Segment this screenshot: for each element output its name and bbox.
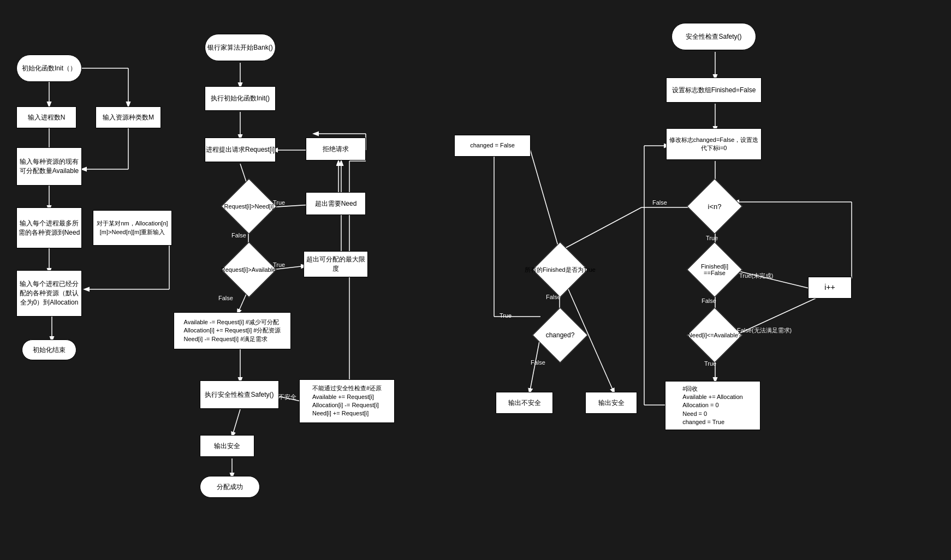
check-finished-i-label: Finished[i]==False <box>680 250 750 289</box>
output-safe2-node: 输出安全 <box>200 435 254 457</box>
init-end-node: 初始化结束 <box>22 339 76 360</box>
label-unsafe: 不安全 <box>278 393 296 401</box>
input-avail-node: 输入每种资源的现有可分配数量Available <box>16 147 82 186</box>
input-n-node: 输入进程数N <box>16 106 76 128</box>
refuse-node: 拒绝请求 <box>306 138 366 160</box>
svg-line-52 <box>530 147 560 251</box>
re-input-node: 对于某对nm，Allocation[n][m]>Need[n][m]重新输入 <box>93 210 172 246</box>
label-false-na: False(无法满足需求) <box>737 326 792 335</box>
bank-start-node: 银行家算法开始Bank() <box>205 34 276 61</box>
check-all-finished-label: 所有的Finished是否为True <box>501 249 619 290</box>
output-unsafe-node: 输出不安全 <box>496 392 553 414</box>
safety-start-node: 安全性检查Safety() <box>671 23 756 50</box>
label-false-in: False <box>652 199 667 206</box>
svg-line-34 <box>560 207 641 251</box>
input-alloc-node: 输入每个进程已经分配的各种资源（默认全为0）到Allocation <box>16 270 82 317</box>
check-need-label: Request[i]>Need[i] <box>207 187 290 226</box>
label-true-fin: True(未完成) <box>739 272 774 280</box>
input-m-node: 输入资源种类数M <box>96 106 161 128</box>
check-in-label: i<n? <box>685 187 744 226</box>
label-true-ch: True <box>500 312 512 319</box>
check-changed-label: changed? <box>524 315 596 355</box>
exceed-need-node: 超出需要Need <box>306 192 366 215</box>
label-true-af: True <box>562 259 574 266</box>
label-false-fin: False <box>702 297 716 304</box>
update-res-node: Available -= Request[i] #减少可分配Allocation… <box>174 312 291 349</box>
changed-false-node: changed = False <box>454 135 531 157</box>
alloc-success-node: 分配成功 <box>200 476 260 498</box>
set-finished-node: 设置标志数组Finished=False <box>666 78 762 103</box>
label-true-in: True <box>706 235 718 241</box>
request-i-node: 进程提出请求Request[i] <box>205 138 276 162</box>
label-true1: True <box>273 199 285 206</box>
label-false1: False <box>231 232 246 239</box>
reclaim-node: #回收Available += AllocationAllocation = 0… <box>665 381 760 430</box>
label-true-na: True <box>704 360 716 367</box>
exec-safety-node: 执行安全性检查Safety() <box>200 380 279 409</box>
output-safe-node: 输出安全 <box>585 392 637 414</box>
unsafe-restore-node: 不能通过安全性检查#还原Available += Request[i]Alloc… <box>299 379 395 423</box>
input-need-node: 输入每个进程最多所需的各种资源到Need <box>16 207 82 248</box>
check-avail-label: Request[i]>Available <box>205 250 292 289</box>
label-false-ch: False <box>531 359 545 366</box>
i-plus-node: i++ <box>808 277 852 299</box>
set-changed-node: 修改标志changed=False，设置迭代下标i=0 <box>666 128 762 160</box>
exceed-avail-node: 超出可分配的最大限度 <box>304 251 368 277</box>
label-true2: True <box>273 261 285 268</box>
svg-line-23 <box>232 409 240 437</box>
exec-init-node: 执行初始化函数Init() <box>205 86 276 111</box>
init-start-node: 初始化函数Init（） <box>16 55 82 82</box>
check-need-avail-label: Need[i]<=Available? <box>669 315 760 355</box>
flowchart-canvas: 初始化函数Init（） 输入进程数N 输入资源种类数M 输入每种资源的现有可分配… <box>0 0 951 560</box>
label-false2: False <box>218 295 233 301</box>
label-false-af: False <box>546 294 561 300</box>
